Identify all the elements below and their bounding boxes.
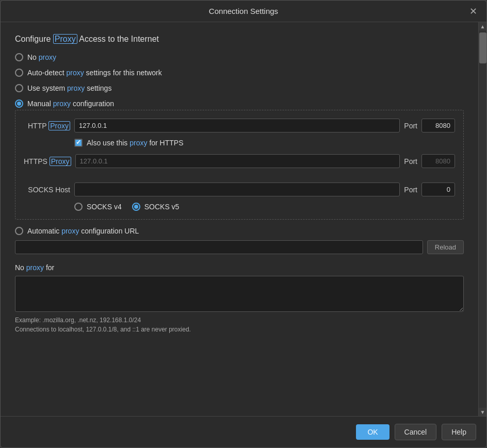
socks-host-label: SOCKS Host: [24, 186, 70, 194]
ok-button[interactable]: OK: [356, 424, 389, 440]
reload-button[interactable]: Reload: [427, 240, 464, 254]
use-system-radio[interactable]: [15, 84, 23, 92]
http-port-input[interactable]: [421, 119, 455, 132]
https-proxy-label: HTTPS Proxy: [24, 157, 71, 165]
socks-v5-label: SOCKS v5: [144, 203, 180, 211]
manual-config-section: Manual proxy configuration HTTP Proxy Po…: [15, 99, 464, 220]
scrollbar: ▲ ▼: [478, 22, 486, 416]
no-proxy-option[interactable]: No proxy: [15, 53, 464, 61]
title-bar: Connection Settings ✕: [1, 1, 486, 22]
socks-host-input[interactable]: [74, 182, 400, 196]
no-proxy-textarea[interactable]: [15, 276, 464, 312]
auto-proxy-radio[interactable]: [15, 227, 23, 235]
no-proxy-for-section: No proxy for Example: .mozilla.org, .net…: [15, 263, 464, 333]
socks-v5-option[interactable]: SOCKS v5: [132, 203, 180, 211]
socks-host-row: SOCKS Host Port: [24, 182, 455, 196]
scroll-down-arrow[interactable]: ▼: [479, 408, 487, 416]
auto-proxy-label: Automatic proxy configuration URL: [27, 227, 139, 235]
auto-proxy-option[interactable]: Automatic proxy configuration URL: [15, 227, 464, 235]
no-proxy-label: No proxy: [27, 53, 56, 61]
auto-detect-label: Auto-detect proxy settings for this netw…: [27, 69, 162, 77]
no-proxy-for-label: No proxy for: [15, 263, 464, 272]
also-use-https-checkbox[interactable]: [74, 139, 83, 147]
auto-proxy-url-input[interactable]: [15, 240, 423, 254]
auto-proxy-url-row: Reload: [15, 240, 464, 254]
connection-settings-dialog: Connection Settings ✕ Configure Proxy Ac…: [0, 0, 487, 448]
help-button[interactable]: Help: [442, 424, 476, 440]
manual-config-option[interactable]: Manual proxy configuration: [15, 99, 464, 108]
socks-v4-option[interactable]: SOCKS v4: [74, 203, 122, 211]
also-use-https-label[interactable]: Also use this proxy for HTTPS: [74, 139, 184, 147]
http-port-label: Port: [404, 122, 417, 130]
cancel-button[interactable]: Cancel: [395, 424, 437, 440]
also-use-https-text: Also use this proxy for HTTPS: [87, 139, 184, 147]
example-text: Example: .mozilla.org, .net.nz, 192.168.…: [15, 317, 464, 324]
auto-proxy-section: Automatic proxy configuration URL Reload: [15, 227, 464, 263]
dialog-title: Connection Settings: [209, 7, 278, 15]
socks-v4-label: SOCKS v4: [87, 203, 122, 211]
socks-port-input[interactable]: [421, 182, 455, 196]
main-content: Configure Proxy Access to the Internet N…: [1, 22, 478, 416]
scroll-thumb[interactable]: [479, 32, 486, 63]
no-proxy-radio[interactable]: [15, 53, 23, 61]
https-proxy-row: HTTPS Proxy Port: [24, 154, 455, 168]
auto-detect-radio[interactable]: [15, 69, 23, 77]
https-port-label: Port: [404, 157, 417, 165]
http-proxy-row: HTTP Proxy Port: [24, 119, 455, 132]
manual-config-box: HTTP Proxy Port Also use this proxy for …: [15, 110, 464, 220]
use-system-option[interactable]: Use system proxy settings: [15, 84, 464, 92]
page-title: Configure Proxy Access to the Internet: [15, 35, 464, 44]
auto-detect-option[interactable]: Auto-detect proxy settings for this netw…: [15, 69, 464, 77]
http-proxy-label: HTTP Proxy: [24, 122, 70, 130]
proxy-radio-group: No proxy Auto-detect proxy settings for …: [15, 53, 464, 263]
scroll-up-arrow[interactable]: ▲: [479, 22, 487, 30]
socks-version-row: SOCKS v4 SOCKS v5: [74, 203, 455, 211]
http-proxy-input[interactable]: [74, 119, 400, 132]
connections-text: Connections to localhost, 127.0.0.1/8, a…: [15, 326, 464, 333]
socks-v4-radio[interactable]: [74, 203, 83, 211]
socks-v5-radio[interactable]: [132, 203, 140, 211]
manual-config-label: Manual proxy configuration: [27, 99, 114, 108]
https-proxy-input[interactable]: [75, 154, 400, 168]
scroll-track[interactable]: [479, 30, 486, 408]
close-button[interactable]: ✕: [466, 4, 480, 19]
use-system-label: Use system proxy settings: [27, 84, 111, 92]
socks-port-label: Port: [404, 186, 417, 194]
dialog-footer: OK Cancel Help: [1, 416, 486, 447]
also-use-https-row: Also use this proxy for HTTPS: [74, 139, 455, 147]
manual-config-radio[interactable]: [15, 99, 23, 108]
https-port-input[interactable]: [421, 154, 455, 168]
proxy-highlight: Proxy: [53, 34, 77, 44]
content-area: Configure Proxy Access to the Internet N…: [1, 22, 486, 416]
